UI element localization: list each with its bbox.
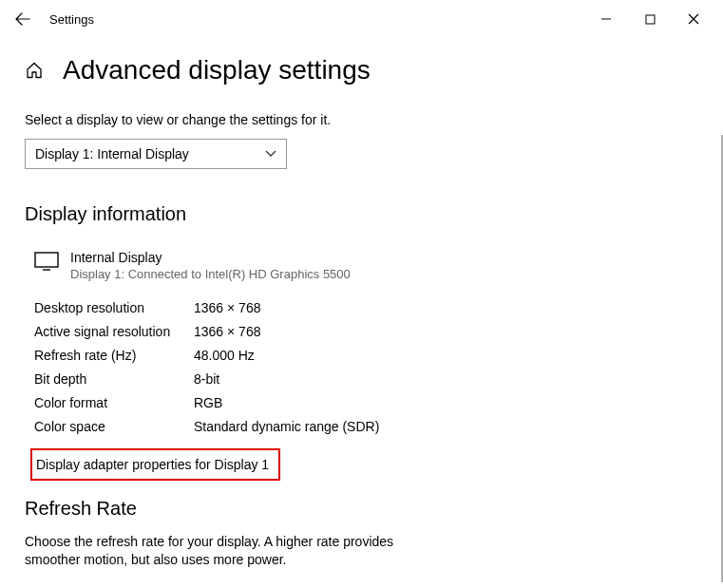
monitor-icon <box>34 252 59 271</box>
info-row: Desktop resolution 1366 × 768 <box>34 300 698 315</box>
titlebar: Settings <box>0 0 723 38</box>
minimize-icon <box>600 13 612 25</box>
adapter-properties-link[interactable]: Display adapter properties for Display 1 <box>36 457 269 472</box>
maximize-icon <box>645 14 656 25</box>
display-info-heading: Display information <box>25 203 698 225</box>
svg-rect-0 <box>646 15 655 24</box>
info-row: Active signal resolution 1366 × 768 <box>34 324 698 339</box>
close-button[interactable] <box>672 4 715 34</box>
display-connection: Display 1: Connected to Intel(R) HD Grap… <box>70 267 351 281</box>
content-area: Advanced display settings Select a displ… <box>0 38 723 588</box>
page-title: Advanced display settings <box>63 55 371 85</box>
info-value: 1366 × 768 <box>194 324 260 339</box>
info-row: Refresh rate (Hz) 48.000 Hz <box>34 348 698 363</box>
info-value: 1366 × 768 <box>194 300 260 315</box>
maximize-button[interactable] <box>628 4 672 34</box>
info-row: Bit depth 8-bit <box>34 371 698 387</box>
display-info-table: Desktop resolution 1366 × 768 Active sig… <box>25 300 698 434</box>
info-label: Bit depth <box>34 371 194 387</box>
display-summary: Internal Display Display 1: Connected to… <box>25 250 698 281</box>
chevron-down-icon <box>265 150 276 158</box>
minimize-button[interactable] <box>584 4 628 34</box>
dropdown-value: Display 1: Internal Display <box>35 146 189 161</box>
instruction-text: Select a display to view or change the s… <box>25 112 698 127</box>
back-button[interactable] <box>8 4 38 34</box>
close-icon <box>688 13 699 25</box>
info-label: Color format <box>34 395 194 410</box>
back-arrow-icon <box>15 11 30 27</box>
display-name: Internal Display <box>70 250 351 265</box>
info-label: Refresh rate (Hz) <box>34 348 194 363</box>
refresh-rate-heading: Refresh Rate <box>25 498 698 520</box>
info-row: Color space Standard dynamic range (SDR) <box>34 419 698 434</box>
info-label: Active signal resolution <box>34 324 194 339</box>
info-label: Color space <box>34 419 194 434</box>
window-title: Settings <box>49 12 94 27</box>
display-selector-dropdown[interactable]: Display 1: Internal Display <box>25 139 287 169</box>
info-value: 48.000 Hz <box>194 348 255 363</box>
page-header: Advanced display settings <box>25 55 698 85</box>
info-value: RGB <box>194 395 222 410</box>
window-controls <box>584 4 715 34</box>
refresh-rate-description: Choose the refresh rate for your display… <box>25 533 405 569</box>
home-icon[interactable] <box>25 61 44 80</box>
svg-rect-1 <box>35 253 58 267</box>
info-value: Standard dynamic range (SDR) <box>194 419 379 434</box>
info-label: Desktop resolution <box>34 300 194 315</box>
adapter-link-highlight: Display adapter properties for Display 1 <box>30 448 280 481</box>
info-row: Color format RGB <box>34 395 698 410</box>
info-value: 8-bit <box>194 371 219 387</box>
